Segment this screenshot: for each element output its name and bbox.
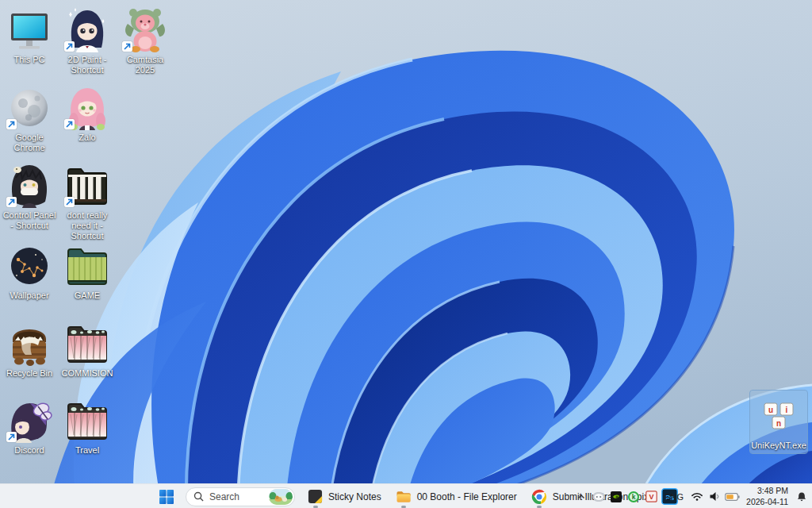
desktop-icon-zalo[interactable]: Zalo bbox=[59, 83, 116, 145]
desktop-icon-2d-paint[interactable]: 2D Paint - Shortcut bbox=[59, 5, 116, 78]
anime-girl-shinobu-icon bbox=[1, 397, 58, 443]
shortcut-arrow-icon bbox=[64, 41, 75, 52]
desktop-icon-label: Zalo bbox=[59, 133, 116, 143]
wifi-icon[interactable] bbox=[689, 488, 705, 506]
desktop-icon-label: UniKeyNT.exe bbox=[750, 441, 807, 451]
key-letter-i: i bbox=[786, 406, 788, 414]
treasure-chest-icon bbox=[1, 320, 58, 366]
green-folder-icon bbox=[59, 242, 116, 288]
desktop-icon-unikey[interactable]: u i n UniKeyNT.exe bbox=[750, 391, 807, 453]
tray-discord-icon[interactable] bbox=[591, 488, 607, 506]
desktop-icon-label: dont really need it - Shortcut bbox=[59, 210, 116, 241]
shortcut-arrow-icon bbox=[6, 432, 17, 442]
desktop-icon-label: GAME bbox=[59, 291, 116, 301]
volume-icon[interactable] bbox=[707, 488, 722, 506]
taskbar: Search Sticky Notes bbox=[0, 483, 812, 508]
this-pc-monitor-icon bbox=[1, 6, 58, 52]
desktop-icon-label: Travel bbox=[59, 445, 116, 456]
search-placeholder: Search bbox=[209, 491, 263, 502]
desktop-icon-label: COMMISION bbox=[59, 368, 116, 379]
desktop-icon-game[interactable]: GAME bbox=[59, 241, 116, 303]
desktop-icon-google-chrome[interactable]: Google Chrome bbox=[1, 83, 58, 156]
clock-time: 3:48 PM bbox=[746, 486, 788, 497]
desktop-icon-dont-really-need-it[interactable]: dont really need it - Shortcut bbox=[59, 160, 116, 244]
windows-logo-icon bbox=[159, 489, 174, 505]
tray-nvidia-icon[interactable] bbox=[608, 488, 624, 506]
butterfly-pattern-folder-icon bbox=[59, 397, 116, 443]
taskbar-app-sticky-notes[interactable]: Sticky Notes bbox=[301, 487, 387, 507]
taskbar-app-label: Sticky Notes bbox=[328, 491, 381, 502]
shortcut-arrow-icon bbox=[122, 41, 132, 52]
notification-bell-icon[interactable] bbox=[794, 488, 810, 506]
desktop-icon-control-panel[interactable]: Control Panel - Shortcut bbox=[1, 160, 58, 233]
shortcut-arrow-icon bbox=[64, 119, 75, 129]
tray-k-app-icon[interactable]: k bbox=[626, 488, 642, 506]
desktop-icon-travel[interactable]: Travel bbox=[59, 395, 116, 458]
tray-unikey-v-icon[interactable]: V bbox=[643, 488, 659, 506]
desktop-icon-camtasia[interactable]: Camtasia 2025 bbox=[117, 5, 174, 78]
anime-girl-komi-icon bbox=[59, 6, 116, 52]
butterfly-pattern-folder-icon bbox=[59, 320, 116, 366]
unikey-v-letter: V bbox=[649, 493, 653, 501]
shortcut-arrow-icon bbox=[6, 197, 17, 207]
clock-date: 2026-04-11 bbox=[746, 497, 788, 508]
desktop-icon-wallpaper[interactable]: Wallpaper bbox=[1, 241, 58, 303]
desktop-icon-label: Wallpaper bbox=[1, 291, 58, 301]
clock[interactable]: 3:48 PM 2026-04-11 bbox=[741, 486, 792, 507]
desktop-icon-label: Discord bbox=[1, 445, 58, 456]
moon-icon bbox=[1, 84, 58, 130]
desktop-icon-recycle-bin[interactable]: Recycle Bin bbox=[1, 318, 58, 381]
desktop-icon-commision[interactable]: COMMISION bbox=[59, 318, 116, 381]
anime-girl-mitsuri-icon bbox=[59, 84, 116, 130]
desktop-icon-label: Control Panel - Shortcut bbox=[1, 210, 58, 231]
taskbar-app-file-explorer[interactable]: 00 Booth - File Explorer bbox=[390, 487, 523, 507]
search-icon bbox=[193, 491, 204, 502]
language-indicator[interactable]: ENG bbox=[661, 492, 688, 502]
tray-chevron-up-icon[interactable] bbox=[573, 488, 589, 506]
desktop-icon-label: Recycle Bin bbox=[1, 368, 58, 379]
key-letter-n: n bbox=[776, 419, 781, 428]
file-explorer-folder-icon bbox=[396, 489, 412, 505]
striped-black-folder-icon bbox=[59, 162, 116, 208]
desktop-icon-this-pc[interactable]: This PC bbox=[1, 5, 58, 67]
search-box[interactable]: Search bbox=[186, 487, 295, 506]
sticky-notes-icon bbox=[308, 489, 323, 504]
desktop-icon-label: Google Chrome bbox=[1, 133, 58, 153]
shortcut-arrow-icon bbox=[6, 119, 17, 129]
key-letter-u: u bbox=[768, 406, 773, 414]
desktop-icon-label: This PC bbox=[1, 55, 58, 65]
anime-boy-obanai-icon bbox=[1, 162, 58, 208]
battery-icon[interactable] bbox=[724, 488, 740, 506]
desktop-icon-discord[interactable]: Discord bbox=[1, 395, 58, 458]
desktop-icon-label: 2D Paint - Shortcut bbox=[59, 55, 116, 75]
shortcut-arrow-icon bbox=[64, 197, 75, 207]
constellation-icon bbox=[1, 242, 58, 288]
unikey-keycaps-icon: u i n bbox=[750, 392, 807, 438]
taskbar-app-label: 00 Booth - File Explorer bbox=[417, 491, 517, 502]
k-app-letter: k bbox=[632, 493, 636, 501]
desktop-icon-label: Camtasia 2025 bbox=[117, 55, 174, 75]
desktop: This PC 2D Paint - Shortcut bbox=[0, 0, 812, 508]
pink-teddy-bear-icon bbox=[117, 6, 174, 52]
chrome-icon bbox=[531, 489, 547, 505]
start-button[interactable] bbox=[156, 487, 177, 507]
search-highlight-image[interactable] bbox=[269, 489, 293, 505]
